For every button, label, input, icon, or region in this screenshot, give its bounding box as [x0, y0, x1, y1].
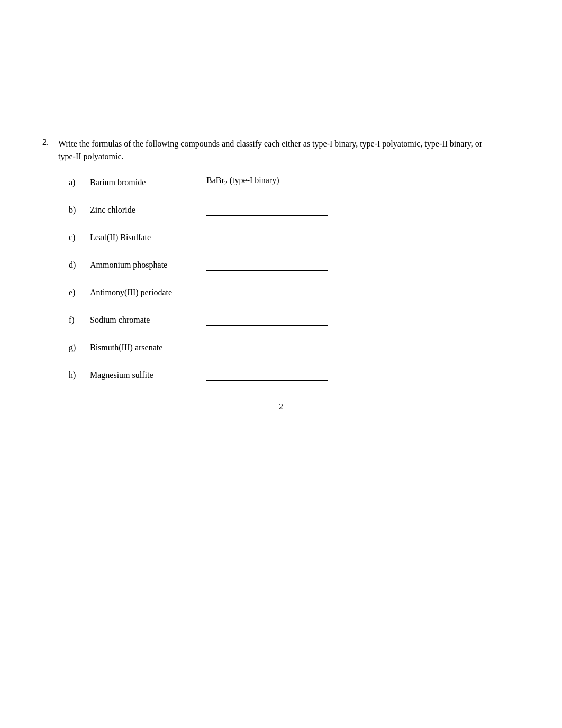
answer-line-a[interactable] — [283, 188, 378, 188]
letter-c: c) — [69, 233, 90, 243]
answer-area-e — [206, 298, 328, 298]
answer-row-h: h) Magnesium sulfite — [69, 370, 520, 381]
compound-c: Lead(II) Bisulfate — [90, 233, 206, 243]
answer-line-d[interactable] — [206, 270, 328, 271]
letter-e: e) — [69, 288, 90, 298]
answer-area-a: BaBr2 (type-I binary) — [206, 176, 378, 188]
answer-prefix-a: BaBr2 (type-I binary) — [206, 176, 279, 188]
compound-a: Barium bromide — [90, 178, 206, 188]
answer-line-h[interactable] — [206, 380, 328, 381]
answer-area-g — [206, 353, 328, 353]
answer-row-f: f) Sodium chromate — [69, 315, 520, 326]
answer-line-b[interactable] — [206, 215, 328, 216]
answer-row-g: g) Bismuth(III) arsenate — [69, 343, 520, 353]
answer-area-d — [206, 270, 328, 271]
question-2-block: 2. Write the formulas of the following c… — [42, 138, 520, 381]
letter-b: b) — [69, 205, 90, 216]
compound-h: Magnesium sulfite — [90, 370, 206, 381]
answer-area-h — [206, 380, 328, 381]
compound-d: Ammonium phosphate — [90, 260, 206, 271]
letter-h: h) — [69, 370, 90, 381]
page-number: 2 — [42, 402, 520, 412]
question-number-row: 2. Write the formulas of the following c… — [42, 138, 520, 163]
question-text: Write the formulas of the following comp… — [58, 138, 492, 163]
letter-a: a) — [69, 178, 90, 188]
letter-f: f) — [69, 315, 90, 326]
answer-area-f — [206, 325, 328, 326]
letter-g: g) — [69, 343, 90, 353]
answer-row-e: e) Antimony(III) periodate — [69, 288, 520, 298]
answer-row-d: d) Ammonium phosphate — [69, 260, 520, 271]
answer-line-f[interactable] — [206, 325, 328, 326]
letter-d: d) — [69, 260, 90, 271]
compound-g: Bismuth(III) arsenate — [90, 343, 206, 353]
page: 2. Write the formulas of the following c… — [0, 0, 562, 728]
answer-line-e[interactable] — [206, 298, 328, 298]
answer-list: a) Barium bromide BaBr2 (type-I binary) … — [69, 176, 520, 381]
answer-row-b: b) Zinc chloride — [69, 205, 520, 216]
compound-e: Antimony(III) periodate — [90, 288, 206, 298]
compound-b: Zinc chloride — [90, 205, 206, 216]
answer-row-a: a) Barium bromide BaBr2 (type-I binary) — [69, 176, 520, 188]
answer-area-b — [206, 215, 328, 216]
question-number: 2. — [42, 138, 58, 147]
answer-line-c[interactable] — [206, 243, 328, 243]
answer-row-c: c) Lead(II) Bisulfate — [69, 233, 520, 243]
answer-area-c — [206, 243, 328, 243]
answer-line-g[interactable] — [206, 353, 328, 353]
compound-f: Sodium chromate — [90, 315, 206, 326]
